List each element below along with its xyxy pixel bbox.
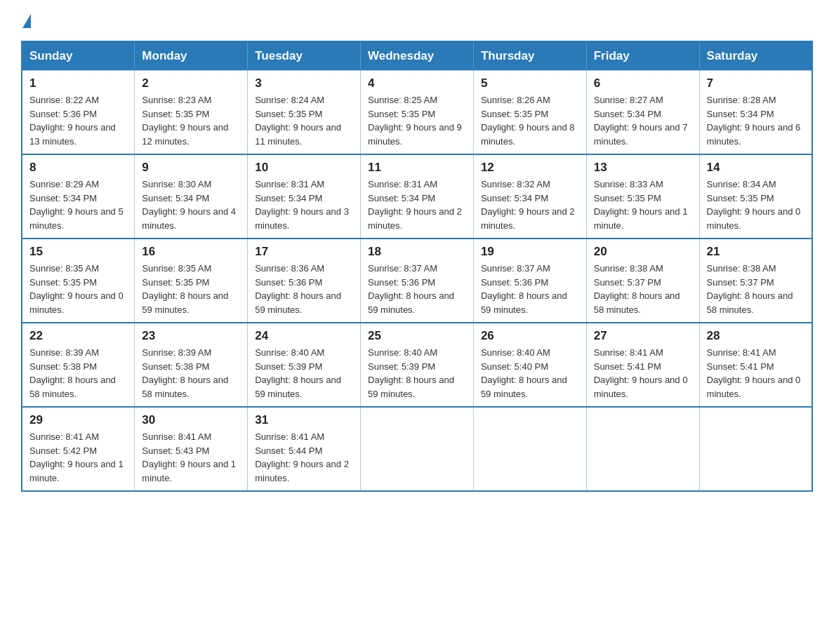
day-info: Sunrise: 8:41 AMSunset: 5:41 PMDaylight:…	[594, 346, 692, 401]
day-number: 16	[142, 245, 240, 259]
day-number: 13	[594, 161, 692, 175]
day-info: Sunrise: 8:31 AMSunset: 5:34 PMDaylight:…	[255, 177, 353, 232]
calendar-cell	[586, 407, 699, 491]
calendar-cell	[473, 407, 586, 491]
day-number: 22	[29, 329, 127, 343]
day-number: 14	[707, 161, 805, 175]
calendar-table: SundayMondayTuesdayWednesdayThursdayFrid…	[21, 41, 813, 492]
day-info: Sunrise: 8:27 AMSunset: 5:34 PMDaylight:…	[594, 93, 692, 148]
calendar-cell: 5Sunrise: 8:26 AMSunset: 5:35 PMDaylight…	[473, 71, 586, 155]
day-info: Sunrise: 8:38 AMSunset: 5:37 PMDaylight:…	[594, 262, 692, 316]
calendar-week-row: 1Sunrise: 8:22 AMSunset: 5:36 PMDaylight…	[22, 71, 812, 155]
day-info: Sunrise: 8:37 AMSunset: 5:36 PMDaylight:…	[481, 262, 579, 316]
calendar-cell: 7Sunrise: 8:28 AMSunset: 5:34 PMDaylight…	[699, 71, 812, 155]
calendar-cell: 26Sunrise: 8:40 AMSunset: 5:40 PMDayligh…	[473, 323, 586, 407]
calendar-cell	[699, 407, 812, 491]
header	[21, 14, 813, 28]
day-number: 2	[142, 76, 240, 90]
day-info: Sunrise: 8:28 AMSunset: 5:34 PMDaylight:…	[707, 93, 805, 148]
day-info: Sunrise: 8:41 AMSunset: 5:41 PMDaylight:…	[707, 346, 805, 401]
day-info: Sunrise: 8:26 AMSunset: 5:35 PMDaylight:…	[481, 93, 579, 148]
calendar-cell: 21Sunrise: 8:38 AMSunset: 5:37 PMDayligh…	[699, 239, 812, 323]
day-number: 11	[368, 161, 466, 175]
day-info: Sunrise: 8:34 AMSunset: 5:35 PMDaylight:…	[707, 177, 805, 232]
day-info: Sunrise: 8:39 AMSunset: 5:38 PMDaylight:…	[142, 346, 240, 401]
calendar-cell: 24Sunrise: 8:40 AMSunset: 5:39 PMDayligh…	[248, 323, 361, 407]
column-header-tuesday: Tuesday	[248, 41, 361, 71]
day-number: 23	[142, 329, 240, 343]
calendar-cell: 6Sunrise: 8:27 AMSunset: 5:34 PMDaylight…	[586, 71, 699, 155]
day-number: 17	[255, 245, 353, 259]
calendar-cell: 25Sunrise: 8:40 AMSunset: 5:39 PMDayligh…	[361, 323, 474, 407]
day-info: Sunrise: 8:32 AMSunset: 5:34 PMDaylight:…	[481, 177, 579, 232]
day-info: Sunrise: 8:40 AMSunset: 5:40 PMDaylight:…	[481, 346, 579, 401]
day-number: 4	[368, 76, 466, 90]
day-number: 9	[142, 161, 240, 175]
calendar-cell: 16Sunrise: 8:35 AMSunset: 5:35 PMDayligh…	[135, 239, 248, 323]
day-info: Sunrise: 8:36 AMSunset: 5:36 PMDaylight:…	[255, 262, 353, 316]
column-header-thursday: Thursday	[473, 41, 586, 71]
calendar-cell: 14Sunrise: 8:34 AMSunset: 5:35 PMDayligh…	[699, 154, 812, 239]
day-number: 7	[707, 76, 805, 90]
calendar-cell: 23Sunrise: 8:39 AMSunset: 5:38 PMDayligh…	[135, 323, 248, 407]
column-header-saturday: Saturday	[699, 41, 812, 71]
day-info: Sunrise: 8:41 AMSunset: 5:42 PMDaylight:…	[29, 430, 127, 485]
day-number: 28	[707, 329, 805, 343]
calendar-cell	[361, 407, 474, 491]
calendar-cell: 1Sunrise: 8:22 AMSunset: 5:36 PMDaylight…	[22, 71, 135, 155]
day-info: Sunrise: 8:35 AMSunset: 5:35 PMDaylight:…	[142, 262, 240, 316]
calendar-cell: 30Sunrise: 8:41 AMSunset: 5:43 PMDayligh…	[135, 407, 248, 491]
day-number: 10	[255, 161, 353, 175]
calendar-cell: 18Sunrise: 8:37 AMSunset: 5:36 PMDayligh…	[361, 239, 474, 323]
calendar-week-row: 15Sunrise: 8:35 AMSunset: 5:35 PMDayligh…	[22, 239, 812, 323]
calendar-cell: 19Sunrise: 8:37 AMSunset: 5:36 PMDayligh…	[473, 239, 586, 323]
calendar-cell: 12Sunrise: 8:32 AMSunset: 5:34 PMDayligh…	[473, 154, 586, 239]
column-header-monday: Monday	[135, 41, 248, 71]
day-number: 12	[481, 161, 579, 175]
day-info: Sunrise: 8:40 AMSunset: 5:39 PMDaylight:…	[368, 346, 466, 401]
calendar-header-row: SundayMondayTuesdayWednesdayThursdayFrid…	[22, 41, 812, 71]
calendar-cell: 10Sunrise: 8:31 AMSunset: 5:34 PMDayligh…	[248, 154, 361, 239]
calendar-cell: 11Sunrise: 8:31 AMSunset: 5:34 PMDayligh…	[361, 154, 474, 239]
calendar-cell: 9Sunrise: 8:30 AMSunset: 5:34 PMDaylight…	[135, 154, 248, 239]
day-number: 30	[142, 413, 240, 427]
calendar-week-row: 8Sunrise: 8:29 AMSunset: 5:34 PMDaylight…	[22, 154, 812, 239]
day-info: Sunrise: 8:37 AMSunset: 5:36 PMDaylight:…	[368, 262, 466, 316]
day-number: 6	[594, 76, 692, 90]
calendar-cell: 13Sunrise: 8:33 AMSunset: 5:35 PMDayligh…	[586, 154, 699, 239]
calendar-cell: 4Sunrise: 8:25 AMSunset: 5:35 PMDaylight…	[361, 71, 474, 155]
logo	[21, 14, 32, 28]
calendar-week-row: 22Sunrise: 8:39 AMSunset: 5:38 PMDayligh…	[22, 323, 812, 407]
day-number: 1	[29, 76, 127, 90]
day-number: 8	[29, 161, 127, 175]
day-info: Sunrise: 8:22 AMSunset: 5:36 PMDaylight:…	[29, 93, 127, 148]
column-header-sunday: Sunday	[22, 41, 135, 71]
day-number: 5	[481, 76, 579, 90]
column-header-friday: Friday	[586, 41, 699, 71]
calendar-cell: 28Sunrise: 8:41 AMSunset: 5:41 PMDayligh…	[699, 323, 812, 407]
column-header-wednesday: Wednesday	[361, 41, 474, 71]
day-info: Sunrise: 8:25 AMSunset: 5:35 PMDaylight:…	[368, 93, 466, 148]
day-info: Sunrise: 8:35 AMSunset: 5:35 PMDaylight:…	[29, 262, 127, 316]
calendar-cell: 17Sunrise: 8:36 AMSunset: 5:36 PMDayligh…	[248, 239, 361, 323]
day-info: Sunrise: 8:24 AMSunset: 5:35 PMDaylight:…	[255, 93, 353, 148]
day-info: Sunrise: 8:30 AMSunset: 5:34 PMDaylight:…	[142, 177, 240, 232]
day-info: Sunrise: 8:33 AMSunset: 5:35 PMDaylight:…	[594, 177, 692, 232]
day-number: 3	[255, 76, 353, 90]
logo-triangle-icon	[22, 14, 31, 28]
day-number: 31	[255, 413, 353, 427]
calendar-week-row: 29Sunrise: 8:41 AMSunset: 5:42 PMDayligh…	[22, 407, 812, 491]
day-number: 19	[481, 245, 579, 259]
day-info: Sunrise: 8:39 AMSunset: 5:38 PMDaylight:…	[29, 346, 127, 401]
day-info: Sunrise: 8:31 AMSunset: 5:34 PMDaylight:…	[368, 177, 466, 232]
calendar-cell: 22Sunrise: 8:39 AMSunset: 5:38 PMDayligh…	[22, 323, 135, 407]
day-number: 25	[368, 329, 466, 343]
day-info: Sunrise: 8:29 AMSunset: 5:34 PMDaylight:…	[29, 177, 127, 232]
calendar-cell: 27Sunrise: 8:41 AMSunset: 5:41 PMDayligh…	[586, 323, 699, 407]
calendar-cell: 29Sunrise: 8:41 AMSunset: 5:42 PMDayligh…	[22, 407, 135, 491]
calendar-cell: 15Sunrise: 8:35 AMSunset: 5:35 PMDayligh…	[22, 239, 135, 323]
day-info: Sunrise: 8:40 AMSunset: 5:39 PMDaylight:…	[255, 346, 353, 401]
day-number: 21	[707, 245, 805, 259]
day-number: 27	[594, 329, 692, 343]
day-number: 26	[481, 329, 579, 343]
